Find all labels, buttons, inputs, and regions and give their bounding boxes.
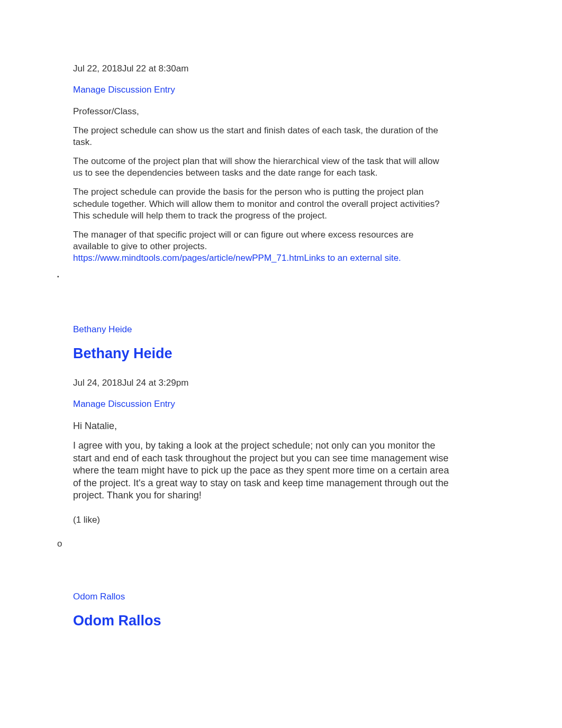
author-heading[interactable]: Odom Rallos — [73, 613, 451, 629]
entry-paragraph: Professor/Class, — [73, 106, 451, 117]
nested-bullet-row — [0, 271, 562, 287]
bullet-icon — [57, 271, 59, 282]
entry-timestamp: Jul 24, 2018Jul 24 at 3:29pm — [73, 378, 451, 388]
entry-paragraph: I agree with you, by taking a look at th… — [73, 440, 451, 502]
author-link[interactable]: Odom Rallos — [73, 592, 451, 602]
author-link[interactable]: Bethany Heide — [73, 324, 451, 335]
manage-discussion-link[interactable]: Manage Discussion Entry — [73, 399, 451, 410]
author-heading[interactable]: Bethany Heide — [73, 345, 451, 362]
discussion-entry: Bethany Heide Bethany Heide Jul 24, 2018… — [0, 324, 562, 525]
manage-discussion-link[interactable]: Manage Discussion Entry — [73, 85, 451, 95]
discussion-entry: Odom Rallos Odom Rallos — [0, 592, 562, 629]
entry-paragraph: The project schedule can show us the sta… — [73, 125, 451, 148]
external-link[interactable]: https://www.mindtools.com/pages/article/… — [73, 253, 401, 263]
entry-paragraph: Hi Natalie, — [73, 420, 451, 432]
bullet-icon: o — [57, 539, 62, 549]
entry-paragraph: The project schedule can provide the bas… — [73, 186, 451, 221]
entry-paragraph: The manager of that specific project wil… — [73, 229, 451, 264]
entry-paragraph: The outcome of the project plan that wil… — [73, 156, 451, 179]
nested-bullet-row: o — [0, 539, 562, 554]
entry-paragraph-text: The manager of that specific project wil… — [73, 230, 413, 251]
discussion-entry: Jul 22, 2018Jul 22 at 8:30am Manage Disc… — [0, 63, 562, 264]
entry-timestamp: Jul 22, 2018Jul 22 at 8:30am — [73, 63, 451, 74]
like-count: (1 like) — [73, 515, 451, 525]
